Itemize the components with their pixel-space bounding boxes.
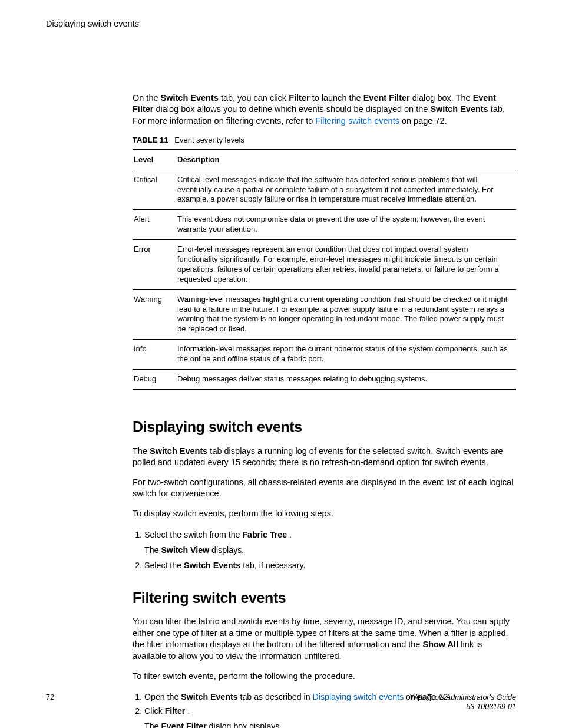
table-label: TABLE 11 <box>133 136 168 144</box>
link-filtering-switch-events[interactable]: Filtering switch events <box>315 116 399 126</box>
running-header: Displaying switch events <box>46 18 516 30</box>
text: dialog box. The <box>410 93 473 103</box>
cell-desc: This event does not compromise data or p… <box>176 210 516 240</box>
table-row: Critical Critical-level messages indicat… <box>133 170 516 210</box>
text: dialog box allows you to define which ev… <box>153 104 430 114</box>
footer-title: Web Tools Administrator's Guide <box>410 693 516 702</box>
cell-desc: Error-level messages represent an error … <box>176 240 516 290</box>
table-row: Info Information-level messages report t… <box>133 340 516 370</box>
body-text: To filter switch events, perform the fol… <box>133 671 516 683</box>
step-2: Select the Switch Events tab, if necessa… <box>144 559 516 572</box>
body-text: You can filter the fabric and switch eve… <box>133 616 516 662</box>
term-show-all: Show All <box>422 640 458 649</box>
text: Select the switch from the <box>144 530 242 539</box>
cell-level: Alert <box>133 210 176 240</box>
text: on page 72. <box>399 116 447 126</box>
table-row: Error Error-level messages represent an … <box>133 240 516 290</box>
page-number: 72 <box>46 693 54 703</box>
col-level: Level <box>133 150 176 170</box>
table-row: Warning Warning-level messages highlight… <box>133 289 516 340</box>
term-switch-events: Switch Events <box>184 561 240 570</box>
body-text: The Switch Events tab displays a running… <box>133 446 516 469</box>
page-footer: 72 Web Tools Administrator's Guide 53-10… <box>46 693 516 712</box>
cell-desc: Critical-level messages indicate that th… <box>176 170 516 210</box>
step-result: The Event Filter dialog box displays. <box>144 720 516 728</box>
cell-level: Critical <box>133 170 176 210</box>
severity-table: Level Description Critical Critical-leve… <box>133 149 516 390</box>
text: dialog box displays. <box>207 722 282 728</box>
term-switch-events: Switch Events <box>430 104 488 114</box>
text: The <box>133 446 150 456</box>
term-event-filter: Event Filter <box>363 93 410 103</box>
text: On the <box>133 93 161 103</box>
footer-docno: 53-1003169-01 <box>410 702 516 711</box>
intro-paragraph: On the Switch Events tab, you can click … <box>133 93 516 127</box>
body-text: To display switch events, perform the fo… <box>133 508 516 520</box>
table-row: Alert This event does not compromise dat… <box>133 210 516 240</box>
table-row: Debug Debug messages deliver status mess… <box>133 370 516 390</box>
text: . <box>287 530 292 539</box>
term-switch-events: Switch Events <box>161 93 219 103</box>
cell-level: Error <box>133 240 176 290</box>
step-result: The Switch View displays. <box>144 543 516 556</box>
text: displays. <box>209 545 244 555</box>
term-switch-events: Switch Events <box>150 446 207 456</box>
cell-desc: Debug messages deliver status messages r… <box>176 370 516 390</box>
cell-desc: Information-level messages report the cu… <box>176 340 516 370</box>
heading-filtering-switch-events: Filtering switch events <box>133 588 516 608</box>
text: The <box>144 722 161 728</box>
term-fabric-tree: Fabric Tree <box>242 530 287 539</box>
text: to launch the <box>310 93 363 103</box>
text: The <box>144 545 161 555</box>
cell-level: Warning <box>133 289 176 340</box>
steps-list: Select the switch from the Fabric Tree .… <box>133 528 516 572</box>
cell-desc: Warning-level messages highlight a curre… <box>176 289 516 340</box>
text: Select the <box>144 561 184 570</box>
cell-level: Debug <box>133 370 176 390</box>
cell-level: Info <box>133 340 176 370</box>
table-title: Event severity levels <box>174 136 244 144</box>
body-text: For two-switch configurations, all chass… <box>133 477 516 500</box>
text: tab, if necessary. <box>240 561 305 570</box>
term-switch-view: Switch View <box>161 545 209 555</box>
term-filter: Filter <box>289 93 309 103</box>
step-1: Select the switch from the Fabric Tree .… <box>144 528 516 556</box>
col-description: Description <box>176 150 516 170</box>
text: tab, you can click <box>219 93 289 103</box>
table-caption: TABLE 11 Event severity levels <box>133 135 516 146</box>
heading-displaying-switch-events: Displaying switch events <box>133 417 516 437</box>
term-event-filter: Event Filter <box>161 722 206 728</box>
